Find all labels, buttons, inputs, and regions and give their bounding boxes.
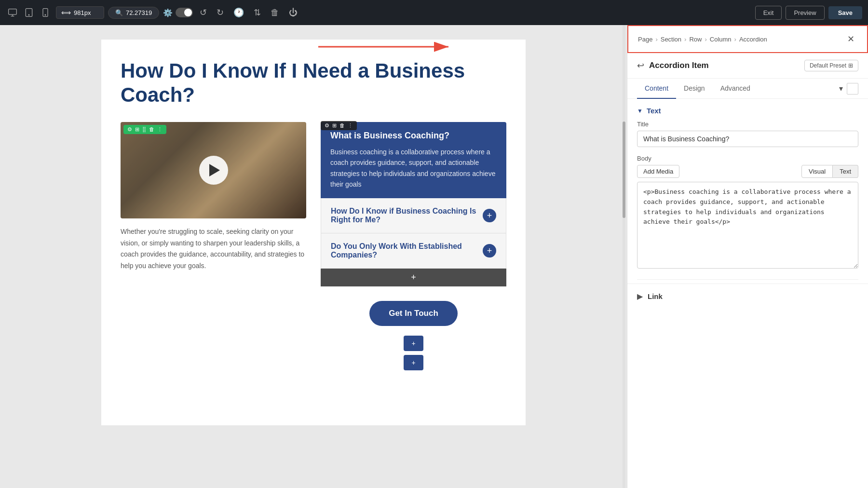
copy-icon-2: ⊞	[332, 122, 337, 129]
accordion-item-1-title: What is Business Coaching?	[330, 131, 497, 141]
accordion-item-open[interactable]: What is Business Coaching? Business coac…	[321, 122, 506, 199]
svg-point-6	[28, 14, 29, 15]
text-section-label: Text	[647, 107, 661, 115]
breadcrumb-section[interactable]: Section	[661, 36, 681, 43]
title-field-group: Title	[627, 121, 868, 155]
body-toolbar: Add Media Visual Text	[627, 165, 868, 182]
get-in-touch-button[interactable]: Get In Touch	[369, 301, 458, 326]
tab-content[interactable]: Content	[637, 79, 676, 99]
add-section-button[interactable]: +	[404, 336, 423, 351]
settings-icon: ⚙	[127, 126, 132, 133]
toolbar: ⟺ 981px 🔍 72.27319 ⚙️ ↺ ↻ 🕐 ⇅ 🗑 ⏻ Exit P…	[0, 0, 868, 25]
body-textarea[interactable]: <p>Business coaching is a collaborative …	[637, 182, 858, 269]
save-button[interactable]: Save	[828, 6, 862, 19]
canvas-area: How Do I Know If I Need a Business Coach…	[0, 25, 627, 488]
tab-actions: ▾	[839, 83, 858, 95]
accordion-item-2[interactable]: How Do I Know if Business Coaching Is Ri…	[321, 198, 506, 233]
exit-button[interactable]: Exit	[755, 6, 782, 20]
text-section-header[interactable]: ▼ Text	[627, 99, 868, 121]
more-icon-2: ⋮	[348, 122, 353, 129]
panel-divider	[637, 279, 858, 280]
undo-button[interactable]: ↺	[197, 4, 210, 21]
toolbar-right: Exit Preview Save	[755, 6, 862, 20]
history-button[interactable]: 🕐	[231, 4, 247, 21]
accordion-expand-button-3[interactable]: +	[483, 244, 496, 258]
close-panel-button[interactable]: ✕	[844, 33, 857, 45]
visual-text-tabs: Visual Text	[801, 165, 858, 178]
resize-icon: ⟺	[61, 9, 71, 16]
redo-button[interactable]: ↻	[214, 4, 227, 21]
trash-icon-2: 🗑	[339, 122, 345, 128]
accordion-expand-button-2[interactable]: +	[483, 209, 496, 222]
desktop-view-button[interactable]	[6, 6, 19, 19]
link-section[interactable]: ▶ Link	[627, 284, 868, 309]
right-panel: Page › Section › Row › Column › Accordio…	[627, 25, 868, 488]
accordion-wrapper: ⚙ ⊞ 🗑 ⋮ What is Business Coaching? Busin…	[321, 122, 506, 287]
scrollbar-thumb[interactable]	[623, 122, 625, 218]
panel-header-left: ↩ Accordion Item	[637, 60, 709, 71]
trash-button[interactable]: 🗑	[268, 5, 282, 21]
left-column-text: Whether you're struggling to scale, seek…	[121, 226, 306, 272]
tab-design[interactable]: Design	[676, 79, 713, 99]
panel-header: ↩ Accordion Item Default Preset ⊞	[627, 53, 868, 79]
sun-icon: ⚙️	[163, 8, 173, 17]
tab-chevron-button[interactable]: ▾	[839, 84, 843, 93]
settings-icon-2: ⚙	[325, 122, 329, 129]
tab-square-button[interactable]	[847, 83, 858, 95]
breadcrumb-page[interactable]: Page	[638, 36, 652, 43]
theme-toggle: ⚙️	[163, 8, 193, 17]
play-button[interactable]	[199, 156, 228, 185]
back-button[interactable]: ↩	[637, 60, 644, 71]
element-toolbar: ⚙ ⊞ ⣿ 🗑 ⋮	[123, 125, 166, 134]
breadcrumb-row[interactable]: Row	[689, 36, 702, 43]
title-input[interactable]	[637, 131, 858, 147]
layout-button[interactable]: ⇅	[251, 4, 264, 21]
preset-label: Default Preset	[810, 62, 846, 69]
accordion-item-3[interactable]: Do You Only Work With Established Compan…	[321, 233, 506, 269]
device-buttons	[6, 6, 52, 19]
preview-button[interactable]: Preview	[786, 6, 824, 20]
toggle-thumb	[184, 9, 192, 16]
add-icon: +	[411, 272, 416, 283]
breadcrumb-bar: Page › Section › Row › Column › Accordio…	[627, 25, 868, 53]
tablet-view-button[interactable]	[22, 6, 36, 19]
zoom-display: 🔍 72.27319	[108, 7, 159, 19]
accordion-item-1-body: Business coaching is a collaborative pro…	[330, 147, 497, 190]
svg-rect-2	[9, 9, 17, 15]
zoom-value: 72.27319	[126, 9, 152, 16]
title-label: Title	[637, 121, 858, 128]
plus-icon: +	[411, 339, 415, 347]
trash-icon: 🗑	[149, 126, 154, 132]
body-label-row: Body	[627, 155, 868, 165]
scrollbar	[623, 25, 625, 488]
visual-tab[interactable]: Visual	[801, 165, 833, 178]
text-tab[interactable]: Text	[833, 165, 858, 178]
width-display: ⟺ 981px	[56, 6, 104, 19]
breadcrumb-sep-4: ›	[734, 36, 736, 43]
left-column: ⚙ ⊞ ⣿ 🗑 ⋮ Whether you're struggling to s…	[121, 122, 306, 371]
accordion-element-toolbar: ⚙ ⊞ 🗑 ⋮	[321, 121, 357, 130]
add-bottom-button[interactable]: +	[404, 355, 423, 370]
video-thumbnail[interactable]: ⚙ ⊞ ⣿ 🗑 ⋮	[121, 122, 306, 218]
tab-advanced[interactable]: Advanced	[713, 79, 758, 99]
accordion-item-3-title: Do You Only Work With Established Compan…	[331, 242, 483, 259]
add-media-button[interactable]: Add Media	[637, 165, 679, 178]
right-column: ⚙ ⊞ 🗑 ⋮ What is Business Coaching? Busin…	[321, 122, 506, 371]
link-label: Link	[648, 292, 663, 300]
panel-tabs: Content Design Advanced ▾	[627, 79, 868, 99]
power-button[interactable]: ⏻	[286, 5, 300, 21]
breadcrumb-sep-1: ›	[655, 36, 657, 43]
mobile-view-button[interactable]	[39, 6, 52, 19]
link-chevron-icon: ▶	[637, 292, 643, 301]
search-icon: 🔍	[115, 9, 123, 16]
page-content: How Do I Know If I Need a Business Coach…	[101, 40, 526, 425]
section-chevron-icon: ▼	[637, 108, 643, 114]
breadcrumb-accordion[interactable]: Accordion	[739, 36, 767, 43]
preset-button[interactable]: Default Preset ⊞	[804, 60, 858, 71]
toggle-track[interactable]	[176, 8, 193, 17]
breadcrumb: Page › Section › Row › Column › Accordio…	[638, 36, 767, 43]
body-label: Body	[637, 155, 651, 162]
add-section-bar: +	[321, 336, 506, 351]
breadcrumb-column[interactable]: Column	[710, 36, 732, 43]
add-accordion-item-bar[interactable]: +	[321, 269, 506, 286]
